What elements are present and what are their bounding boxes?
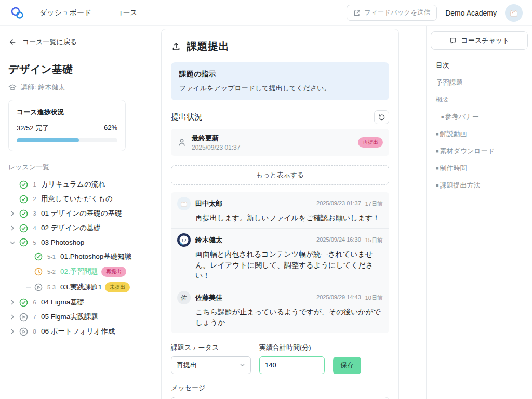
last-update-row[interactable]: 最終更新 2025/09/23 01:37 再提出	[171, 129, 389, 156]
chevron-right-icon[interactable]	[8, 299, 16, 306]
top-navbar: ダッシュボード コース フィードバックを送信 Demo Academy	[0, 0, 532, 26]
status-badge: 再提出	[358, 137, 383, 148]
toc-bullet: ■	[436, 132, 438, 137]
toc-item[interactable]: 概要	[436, 95, 528, 104]
toc-item[interactable]: 予習課題	[436, 78, 528, 87]
check-circle-icon	[19, 224, 28, 233]
submission-status-title: 提出状況	[171, 112, 202, 122]
message-textarea[interactable]	[171, 397, 389, 399]
chevron-down-icon[interactable]	[8, 239, 16, 246]
lesson-item-2[interactable]: 2 用意していただくもの	[8, 192, 126, 206]
chevron-right-icon[interactable]	[8, 224, 16, 232]
course-title: デザイン基礎	[8, 62, 126, 76]
check-circle-icon	[19, 209, 28, 218]
assignment-instructions: 課題の指示 ファイルをアップロードして提出してください。	[171, 62, 389, 100]
comment-row: 田中太郎 2025/09/23 01:37 17日前 再提出します。新しいファイ…	[171, 192, 389, 229]
assignment-panel: 課題提出 課題の指示 ファイルをアップロードして提出してください。 提出状況 最…	[161, 29, 399, 399]
assignment-status-select[interactable]: 再提出	[171, 356, 251, 374]
toc-bullet: ■	[441, 115, 444, 119]
comment-row: 佐 佐藤美佳 2025/09/29 14:43 10日前 こちら課題が止まってい…	[171, 286, 389, 333]
chevron-right-icon[interactable]	[8, 328, 16, 335]
sublesson-item-5-2[interactable]: 5-2 02.予習問題 再提出	[26, 264, 126, 280]
last-update-label: 最終更新	[192, 134, 240, 143]
toc-sidebar: コースチャット 目次 予習課題 概要 ■ 参考バナー ■ 解説動画 ■ 素材ダウ…	[426, 26, 532, 399]
progress-fill	[17, 138, 79, 142]
toc-bullet: ■	[436, 166, 438, 171]
show-more-button[interactable]: もっと表示する	[171, 165, 389, 185]
lesson-item-3[interactable]: 3 01 デザインの基礎の基礎	[8, 206, 126, 221]
lesson-5-children: 5-1 01.Photoshop基礎知識 5-2 02.予習問題 再提出 5-3…	[26, 249, 126, 295]
play-circle-icon	[19, 327, 28, 336]
chat-bubble-icon	[449, 37, 457, 44]
comment-date: 2025/09/23 01:37	[316, 200, 361, 208]
lesson-item-8[interactable]: 8 06 ポートフォリオ作成	[8, 324, 126, 339]
lesson-item-4[interactable]: 4 02 デザインの基礎	[8, 221, 126, 235]
comment-date: 2025/09/24 16:30	[316, 236, 361, 244]
nav-dashboard[interactable]: ダッシュボード	[39, 8, 91, 18]
hours-label: 実績合計時間(分)	[259, 343, 325, 352]
play-circle-icon	[34, 283, 43, 292]
course-progress-card: コース進捗状況 32/52 完了 62%	[8, 100, 126, 151]
toc-title: 目次	[436, 61, 528, 70]
toc-bullet: ■	[436, 183, 438, 188]
progress-bar	[17, 138, 117, 142]
chevron-right-icon[interactable]	[8, 313, 16, 321]
toc-item[interactable]: ■ 課題提出方法	[436, 181, 528, 190]
avatar-suzuki	[177, 233, 191, 247]
refresh-button[interactable]	[374, 110, 389, 124]
check-circle-icon	[19, 298, 28, 307]
progress-title: コース進捗状況	[17, 108, 117, 117]
instructor-row: 講師: 鈴木健太	[8, 83, 126, 92]
clock-icon	[34, 268, 43, 276]
avatar-tanaka	[177, 197, 191, 210]
check-circle-icon	[19, 238, 28, 247]
course-sidebar: コース一覧に戻る デザイン基礎 講師: 鈴木健太 コース進捗状況 32/52 完…	[0, 26, 132, 399]
avatar-sato: 佐	[177, 291, 191, 304]
toc-item[interactable]: ■ 制作時間	[436, 164, 528, 173]
resubmit-badge: 再提出	[101, 267, 126, 277]
toc-item[interactable]: ■ 素材ダウンロード	[436, 147, 528, 156]
last-update-time: 2025/09/23 01:37	[192, 144, 240, 151]
lesson-item-1[interactable]: 1 カリキュラムの流れ	[8, 177, 126, 192]
toc-item[interactable]: ■ 解説動画	[436, 129, 528, 139]
play-circle-icon	[19, 313, 28, 322]
chevron-down-icon	[240, 362, 245, 368]
save-button[interactable]: 保存	[333, 357, 361, 374]
instructions-title: 課題の指示	[179, 70, 381, 79]
chevron-right-icon[interactable]	[8, 210, 16, 217]
course-chat-button[interactable]: コースチャット	[431, 31, 528, 50]
page-title: 課題提出	[187, 39, 229, 54]
nav-course[interactable]: コース	[115, 8, 138, 18]
progress-completed: 32/52 完了	[17, 124, 49, 133]
toc-item[interactable]: ■ 参考バナー	[441, 112, 528, 122]
check-circle-icon	[34, 252, 43, 261]
comment-relative: 10日前	[365, 294, 383, 302]
check-circle-icon	[19, 180, 28, 189]
comment-relative: 17日前	[365, 200, 383, 208]
back-arrow-icon	[8, 38, 16, 46]
sublesson-item-5-1[interactable]: 5-1 01.Photoshop基礎知識	[26, 249, 126, 264]
comment-date: 2025/09/29 14:43	[316, 294, 361, 302]
lesson-item-6[interactable]: 6 04 Figma基礎	[8, 295, 126, 310]
send-feedback-button[interactable]: フィードバックを送信	[347, 5, 437, 21]
comment-list: 田中太郎 2025/09/23 01:37 17日前 再提出します。新しいファイ…	[171, 192, 389, 333]
upload-icon	[171, 42, 181, 52]
lesson-item-5[interactable]: 5 03 Photoshop	[8, 235, 126, 249]
comment-row: 鈴木健太 2025/09/24 16:30 15日前 画面幅と内包されるコンテン…	[171, 229, 389, 286]
sublesson-item-5-3[interactable]: 5-3 03.実践課題1 未提出	[26, 280, 126, 295]
lesson-list: 1 カリキュラムの流れ 2 用意していただくもの 3 01 デザインの基礎の基礎	[8, 177, 126, 339]
lesson-item-7[interactable]: 7 05 Figma実践課題	[8, 310, 126, 324]
check-circle-icon	[19, 195, 28, 204]
status-select-label: 課題ステータス	[171, 343, 251, 352]
total-hours-input[interactable]	[259, 356, 325, 374]
back-to-courses-link[interactable]: コース一覧に戻る	[8, 33, 126, 51]
graduation-cap-icon	[8, 84, 17, 91]
progress-percent: 62%	[104, 124, 117, 133]
account-name: Demo Academy	[445, 9, 497, 17]
person-icon	[177, 138, 187, 147]
comment-relative: 15日前	[365, 236, 383, 244]
not-submitted-badge: 未提出	[105, 282, 130, 292]
app-logo-icon[interactable]	[9, 6, 25, 20]
user-avatar[interactable]	[505, 4, 523, 22]
lessons-header: レッスン一覧	[8, 163, 126, 172]
